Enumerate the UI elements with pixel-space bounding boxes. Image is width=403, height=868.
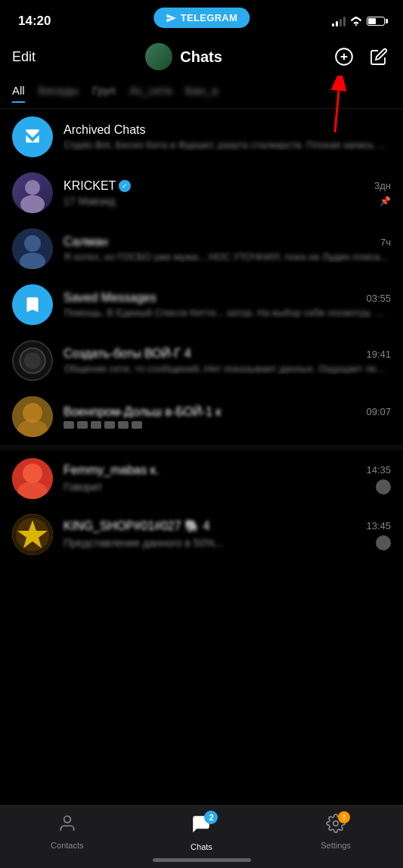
femmy-content: Femmy_mabas к. 14:35 Говорит bbox=[64, 463, 391, 494]
salman-name: Салман bbox=[64, 235, 108, 249]
voenprom-avatar bbox=[12, 396, 53, 437]
king-preview: Представление данного в 50%... bbox=[64, 537, 224, 549]
list-item[interactable]: Создать-боты ВОЙ-Г 4 19:41 Общение сети,… bbox=[0, 333, 403, 389]
wifi-icon bbox=[350, 17, 362, 26]
home-indicator bbox=[153, 858, 251, 862]
femmy-avatar bbox=[12, 458, 53, 499]
femmy-preview: Говорит bbox=[64, 481, 103, 493]
avatar-image bbox=[12, 228, 53, 269]
svg-point-6 bbox=[20, 195, 45, 213]
bot1-content: Создать-боты ВОЙ-Г 4 19:41 Общение сети,… bbox=[64, 347, 391, 374]
avatar-image bbox=[12, 396, 53, 437]
status-time: 14:20 bbox=[18, 14, 51, 29]
svg-point-17 bbox=[23, 463, 42, 483]
bot1-time: 19:41 bbox=[366, 349, 391, 360]
kricket-preview: 17 Мавзид bbox=[64, 195, 116, 207]
header-actions bbox=[332, 45, 391, 69]
battery-icon bbox=[367, 17, 385, 26]
saved-avatar bbox=[12, 284, 53, 325]
status-icons bbox=[332, 16, 385, 26]
new-group-button[interactable] bbox=[332, 45, 356, 69]
king-avatar bbox=[12, 514, 53, 555]
voenprom-preview bbox=[64, 421, 391, 429]
femmy-time: 14:35 bbox=[366, 464, 391, 476]
compose-icon bbox=[370, 48, 388, 66]
list-item[interactable]: Военпром-Дольш в-БОЙ-1 к 09:07 bbox=[0, 389, 403, 445]
settings-alert: ! bbox=[338, 811, 350, 823]
tab-all[interactable]: All bbox=[12, 84, 25, 103]
section-divider bbox=[0, 445, 403, 451]
king-name: KING_SHOP#01#027 🐘 4 bbox=[64, 519, 209, 533]
chats-badge: 2 bbox=[204, 811, 218, 824]
status-bar: 14:20 TELEGRAM bbox=[0, 0, 403, 38]
contacts-icon bbox=[57, 814, 77, 838]
bot1-preview: Общение сети, то сообщений..Нет показыва… bbox=[64, 363, 391, 374]
saved-time: 03:55 bbox=[366, 293, 391, 304]
saved-name: Saved Messages bbox=[64, 291, 157, 305]
svg-point-5 bbox=[25, 180, 40, 195]
salman-preview: Я хотел, но ГОСБО уже мужа... НОС УТОЧНИ… bbox=[64, 251, 391, 262]
king-unread bbox=[376, 535, 391, 550]
femmy-name: Femmy_mabas к. bbox=[64, 463, 159, 477]
header: Edit Chats bbox=[0, 38, 403, 79]
tab-3[interactable]: Груп bbox=[92, 84, 116, 103]
salman-avatar bbox=[12, 228, 53, 269]
archived-avatar bbox=[12, 116, 53, 157]
contacts-label: Contacts bbox=[51, 841, 83, 850]
list-item[interactable]: Archived Chats Crypto Bot, Бесил Кита и … bbox=[0, 109, 403, 165]
nav-contacts[interactable]: Contacts bbox=[41, 814, 94, 850]
svg-point-8 bbox=[24, 235, 41, 252]
nav-settings[interactable]: ! Settings bbox=[309, 814, 362, 850]
signal-icon bbox=[332, 16, 346, 26]
salman-content: Салман 7ч Я хотел, но ГОСБО уже мужа... … bbox=[64, 235, 391, 262]
svg-point-12 bbox=[24, 352, 41, 369]
voenprom-name: Военпром-Дольш в-БОЙ-1 к bbox=[64, 405, 221, 419]
avatar-image bbox=[12, 514, 53, 555]
svg-point-22 bbox=[64, 816, 70, 823]
kricket-content: KRICKET ✓ 3дн 17 Мавзид 📌 bbox=[64, 179, 391, 207]
nav-chats[interactable]: 2 Chats bbox=[175, 814, 228, 851]
plus-circle-icon bbox=[334, 47, 354, 67]
edit-button[interactable]: Edit bbox=[12, 49, 36, 65]
compose-button[interactable] bbox=[367, 45, 391, 69]
list-item[interactable]: KING_SHOP#01#027 🐘 4 13:45 Представление… bbox=[0, 507, 403, 563]
telegram-icon bbox=[166, 13, 176, 23]
chats-label: Chats bbox=[191, 842, 212, 851]
king-content: KING_SHOP#01#027 🐘 4 13:45 Представление… bbox=[64, 519, 391, 550]
kricket-name: KRICKET bbox=[64, 179, 116, 193]
filter-tabs: All Беседы Груп Ас_сета Бан_а bbox=[0, 79, 403, 109]
king-time: 13:45 bbox=[366, 520, 391, 532]
header-avatar bbox=[145, 43, 172, 70]
bookmark-icon bbox=[23, 295, 42, 315]
list-item[interactable]: KRICKET ✓ 3дн 17 Мавзид 📌 bbox=[0, 165, 403, 221]
archived-chat-content: Archived Chats Crypto Bot, Бесил Кита и … bbox=[64, 123, 391, 150]
kricket-time: 3дн bbox=[374, 180, 391, 191]
list-item[interactable]: Femmy_mabas к. 14:35 Говорит bbox=[0, 451, 403, 507]
salman-time: 7ч bbox=[380, 237, 391, 248]
archive-icon bbox=[23, 127, 42, 147]
tab-4[interactable]: Ас_сета bbox=[129, 84, 172, 103]
header-title: Chats bbox=[180, 48, 222, 66]
svg-point-23 bbox=[333, 821, 339, 826]
kricket-avatar bbox=[12, 172, 53, 213]
femmy-unread bbox=[376, 479, 391, 494]
settings-label: Settings bbox=[321, 841, 351, 850]
pin-icon: 📌 bbox=[380, 196, 391, 206]
bot1-avatar bbox=[12, 340, 53, 381]
tab-2[interactable]: Беседы bbox=[39, 84, 79, 103]
list-item[interactable]: Saved Messages 03:55 Помощь. В Единый Сп… bbox=[0, 277, 403, 333]
saved-content: Saved Messages 03:55 Помощь. В Единый Сп… bbox=[64, 291, 391, 318]
list-item[interactable]: Салман 7ч Я хотел, но ГОСБО уже мужа... … bbox=[0, 221, 403, 277]
verified-badge: ✓ bbox=[119, 180, 131, 192]
header-center: Chats bbox=[145, 43, 222, 70]
avatar-image bbox=[12, 172, 53, 213]
chats-icon: 2 bbox=[191, 814, 212, 839]
telegram-pill: TELEGRAM bbox=[153, 8, 250, 28]
tab-5[interactable]: Бан_а bbox=[185, 84, 218, 103]
voenprom-content: Военпром-Дольш в-БОЙ-1 к 09:07 bbox=[64, 405, 391, 429]
telegram-label: TELEGRAM bbox=[181, 12, 237, 23]
saved-preview: Помощь. В Единый Список Кетти... затор. … bbox=[64, 307, 391, 318]
settings-icon: ! bbox=[326, 814, 346, 838]
archived-name: Archived Chats bbox=[64, 123, 146, 137]
avatar-image bbox=[12, 458, 53, 499]
